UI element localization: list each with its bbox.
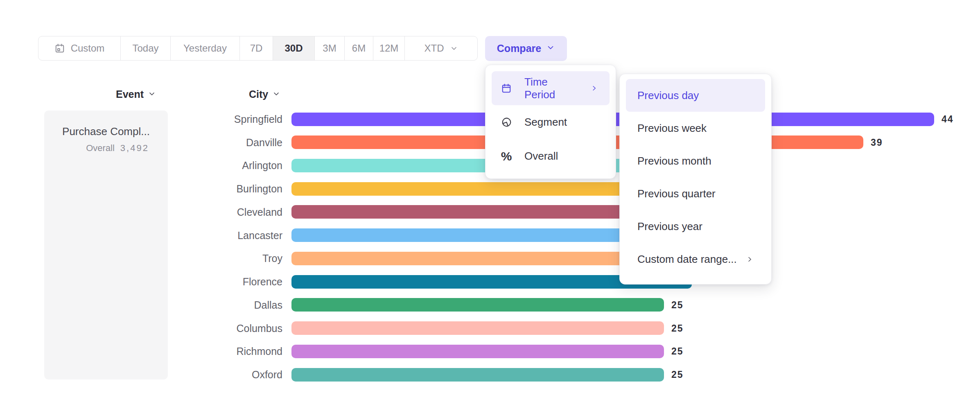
range-button-label: 7D	[250, 43, 263, 54]
menu-item-label: Segment	[524, 116, 601, 129]
bar-value: 25	[671, 346, 684, 357]
range-button-label: XTD	[425, 43, 444, 54]
menu-item-label: Previous week	[637, 122, 756, 135]
menu-item-previous-day[interactable]: Previous day	[626, 79, 765, 112]
menu-item-previous-month[interactable]: Previous month	[626, 145, 765, 177]
overall-label: Overall	[86, 143, 115, 153]
city-label: Oxford	[172, 369, 282, 381]
city-label: Springfield	[172, 113, 282, 125]
range-button-yesterday[interactable]: Yesterday	[171, 36, 240, 60]
chevron-right-icon	[743, 255, 756, 263]
city-label: Lancaster	[172, 229, 282, 241]
city-label: Troy	[172, 253, 282, 264]
menu-item-time-period[interactable]: Time Period	[492, 71, 610, 105]
bar-richmond[interactable]	[291, 345, 664, 358]
chevron-down-icon	[148, 88, 156, 100]
range-button-label: 12M	[379, 43, 399, 54]
city-label: Danville	[172, 136, 282, 148]
menu-item-label: Time Period	[524, 76, 576, 101]
range-button-7d[interactable]: 7D	[240, 36, 273, 60]
calendar2-icon	[500, 83, 513, 94]
bar-value: 25	[671, 323, 684, 334]
bar-columbus[interactable]	[291, 321, 664, 335]
city-label: Florence	[172, 276, 282, 288]
city-label: Richmond	[172, 346, 282, 357]
menu-item-previous-quarter[interactable]: Previous quarter	[626, 177, 765, 210]
range-button-custom[interactable]: Custom	[38, 36, 121, 60]
chevron-down-icon	[450, 44, 458, 52]
menu-item-custom-date-range-[interactable]: Custom date range...	[626, 243, 765, 276]
overall-value: 3,492	[120, 143, 149, 153]
chevron-down-icon	[546, 43, 555, 54]
bar-value: 25	[671, 369, 684, 380]
range-button-today[interactable]: Today	[121, 36, 171, 60]
menu-item-segment[interactable]: Segment	[492, 105, 610, 139]
event-column-selector[interactable]: Event	[116, 88, 156, 100]
menu-item-label: Custom date range...	[637, 253, 743, 266]
city-label: Cleveland	[172, 206, 282, 218]
chevron-down-icon	[272, 88, 280, 100]
city-label: Burlington	[172, 183, 282, 195]
menu-item-label: Previous year	[637, 220, 756, 233]
range-button-3m[interactable]: 3M	[315, 36, 345, 60]
range-button-label: Yesterday	[183, 43, 227, 54]
city-label: Columbus	[172, 322, 282, 334]
range-button-label: Custom	[71, 43, 105, 54]
menu-item-label: Overall	[524, 150, 601, 163]
range-button-12m[interactable]: 12M	[373, 36, 405, 60]
segment-icon	[500, 117, 513, 128]
range-button-label: 3M	[323, 43, 336, 54]
range-button-label: 6M	[352, 43, 366, 54]
city-label: Dallas	[172, 299, 282, 311]
city-label: Arlington	[172, 160, 282, 172]
time-period-submenu: Previous dayPrevious weekPrevious monthP…	[619, 74, 772, 285]
event-header-label: Event	[116, 88, 144, 100]
calendar-icon	[54, 43, 65, 54]
menu-item-overall[interactable]: %Overall	[492, 139, 610, 173]
menu-item-previous-year[interactable]: Previous year	[626, 210, 765, 243]
range-button-label: 30D	[285, 43, 303, 54]
breakdown-column-selector[interactable]: City	[249, 88, 280, 100]
menu-item-label: Previous month	[637, 155, 756, 167]
mixpanel-report-page: CustomTodayYesterday7D30D3M6M12MXTD Comp…	[0, 0, 980, 411]
menu-item-previous-week[interactable]: Previous week	[626, 112, 765, 145]
bar-value: 25	[671, 299, 684, 310]
range-button-label: Today	[132, 43, 158, 54]
bar-oxford[interactable]	[291, 368, 664, 382]
compare-button-label: Compare	[497, 43, 541, 54]
bar-dallas[interactable]	[291, 298, 664, 312]
chevron-right-icon	[587, 84, 601, 92]
range-button-6m[interactable]: 6M	[345, 36, 373, 60]
compare-dropdown-menu: Time PeriodSegment%Overall	[485, 65, 616, 179]
bar-value: 44	[942, 114, 954, 125]
date-range-toolbar: CustomTodayYesterday7D30D3M6M12MXTD	[38, 36, 478, 61]
bar-value: 39	[871, 137, 883, 148]
menu-item-label: Previous day	[637, 89, 756, 102]
range-button-xtd[interactable]: XTD	[405, 36, 477, 60]
percent-icon: %	[500, 150, 513, 163]
menu-item-label: Previous quarter	[637, 187, 756, 200]
event-card-overall: Overall3,492	[56, 143, 179, 154]
event-card[interactable]: Purchase Compl... Overall3,492	[44, 111, 168, 379]
event-card-title: Purchase Compl...	[44, 125, 168, 138]
city-header-label: City	[249, 88, 268, 100]
range-button-30d[interactable]: 30D	[273, 36, 315, 60]
compare-button[interactable]: Compare	[485, 36, 567, 61]
